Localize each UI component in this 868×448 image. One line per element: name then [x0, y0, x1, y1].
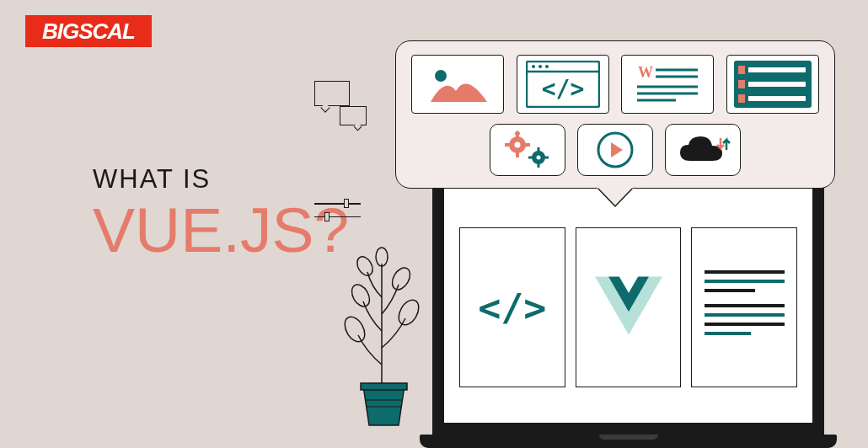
svg-point-2	[348, 281, 373, 309]
svg-point-20	[538, 65, 542, 68]
document-icon: W	[621, 55, 714, 114]
svg-point-43	[515, 142, 521, 148]
brand-logo: BIGSCAL	[25, 15, 152, 47]
svg-point-4	[354, 254, 376, 279]
svg-rect-34	[738, 94, 745, 103]
image-icon	[411, 55, 504, 114]
svg-rect-31	[748, 67, 806, 72]
svg-rect-39	[505, 143, 510, 147]
headline-line2: VUE.JS?	[93, 199, 349, 262]
svg-point-16	[435, 70, 447, 82]
toolbar-pointer	[596, 186, 635, 208]
svg-rect-14	[705, 323, 785, 326]
svg-rect-46	[538, 163, 540, 168]
svg-text:</>: </>	[541, 75, 584, 103]
svg-rect-32	[738, 80, 745, 88]
code-window-icon: </>	[517, 55, 609, 114]
svg-text:W: W	[638, 64, 653, 81]
cloud-sync-icon	[665, 124, 741, 176]
svg-point-1	[394, 296, 422, 328]
screen-card-vue	[576, 227, 682, 387]
brand-logo-text: BIGSCAL	[42, 19, 135, 45]
svg-rect-12	[705, 304, 785, 307]
toolbar-popup: </> W	[395, 40, 835, 189]
chat-bubbles-icon	[314, 81, 350, 106]
svg-point-0	[340, 313, 368, 345]
svg-rect-33	[748, 82, 806, 87]
svg-point-21	[545, 65, 549, 68]
text-lines-icon	[705, 270, 785, 345]
gears-icon	[490, 124, 565, 176]
vue-logo-icon	[595, 276, 662, 339]
screen-card-code: </>	[459, 227, 565, 387]
svg-rect-45	[538, 147, 540, 152]
svg-point-5	[376, 248, 388, 266]
headline: WHAT IS VUE.JS?	[93, 164, 349, 262]
svg-rect-9	[705, 270, 785, 274]
svg-rect-11	[705, 289, 755, 292]
svg-rect-15	[705, 332, 751, 335]
laptop-base	[420, 435, 837, 448]
svg-rect-30	[738, 66, 745, 74]
svg-rect-10	[705, 280, 785, 283]
svg-point-49	[537, 156, 541, 160]
svg-rect-6	[361, 383, 407, 390]
svg-rect-47	[528, 157, 533, 159]
list-icon	[726, 55, 819, 114]
svg-rect-35	[748, 96, 806, 101]
code-symbol: </>	[478, 285, 546, 330]
headline-line1: WHAT IS	[93, 164, 349, 195]
svg-rect-48	[544, 157, 549, 159]
plant-decoration	[340, 238, 428, 431]
svg-rect-38	[516, 152, 519, 157]
svg-rect-13	[705, 313, 785, 317]
svg-point-3	[388, 264, 414, 292]
play-icon	[577, 124, 653, 176]
sliders-icon	[314, 203, 361, 229]
svg-point-19	[532, 65, 535, 68]
screen-card-text	[691, 227, 797, 387]
svg-rect-40	[525, 143, 530, 147]
